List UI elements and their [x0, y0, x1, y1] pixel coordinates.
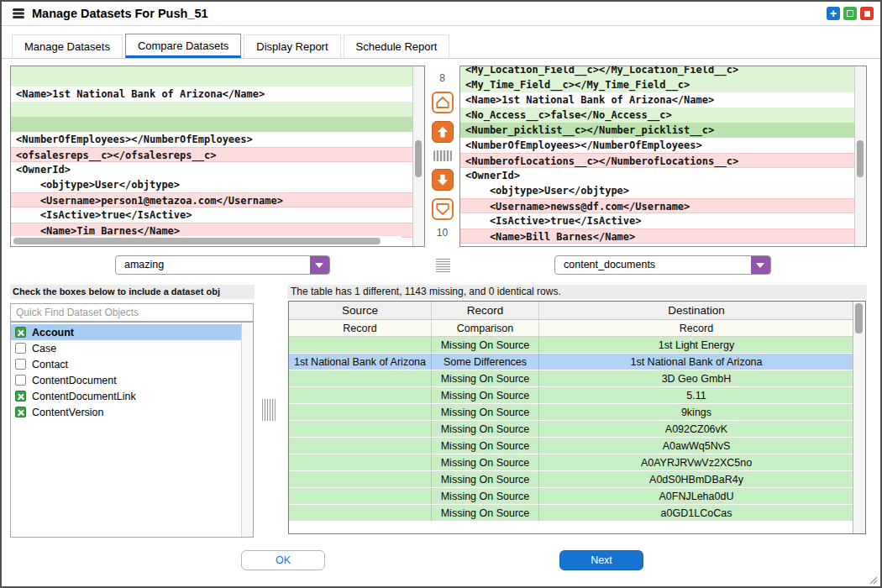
center-splitter-grip[interactable]	[436, 258, 450, 272]
diff-line: <Username>person1@metazoa.com</Username>	[11, 192, 412, 207]
dataset-item-label: Account	[32, 327, 74, 339]
table-row[interactable]: Missing On SourceA0AYRJRVwVz2XC5no	[289, 454, 853, 471]
vertical-scrollbar-thumb[interactable]	[855, 303, 863, 333]
checkbox-account[interactable]	[15, 327, 26, 338]
diff-line: <objtype>User</objtype>	[11, 177, 412, 192]
comparison-table: Source Record Destination Record Compari…	[288, 301, 866, 534]
dataset-item-case[interactable]: Case	[11, 340, 241, 356]
source-cell	[289, 454, 432, 470]
diff-line: <IsActive>true</IsActive>	[11, 207, 412, 223]
vertical-scrollbar-thumb[interactable]	[415, 140, 422, 177]
vertical-scrollbar-thumb[interactable]	[857, 140, 864, 177]
resize-grip-icon[interactable]	[867, 574, 878, 585]
table-row[interactable]: Missing On Source1st Light Energy	[289, 337, 853, 354]
source-cell	[289, 438, 432, 454]
add-window-button[interactable]: +	[827, 7, 840, 20]
table-row[interactable]: Missing On Sourcea0GD1LCoCas	[289, 505, 853, 522]
table-row[interactable]: Missing On SourceA092CZ06vK	[289, 421, 853, 438]
comparison-cell: Missing On Source	[432, 404, 539, 420]
vertical-scrollbar[interactable]	[854, 66, 866, 246]
comparison-cell: Missing On Source	[432, 421, 539, 437]
dropdown-arrow-button[interactable]	[310, 256, 329, 274]
destination-dataset-dropdown[interactable]: content_documents	[554, 255, 771, 275]
diff-line: <NumberOfEmployees></NumberOfEmployees>	[11, 132, 412, 147]
source-dataset-dropdown[interactable]: amazing	[115, 255, 330, 275]
window-controls: +	[827, 7, 874, 20]
diff-line: <ofsalesreps__c></ofsalesreps__c>	[11, 147, 412, 162]
vertical-scrollbar[interactable]	[853, 302, 865, 533]
dataset-item-label: Contact	[32, 359, 68, 370]
column-header-record[interactable]: Record	[432, 302, 539, 319]
chevron-down-icon	[315, 263, 323, 268]
source-cell	[289, 387, 432, 403]
lower-splitter-grip[interactable]	[262, 399, 276, 421]
diff-line: <OwnerId>	[11, 162, 412, 177]
diff-splitter-grip[interactable]	[433, 150, 452, 161]
pentagon-down-icon	[435, 202, 450, 217]
comparison-cell: Missing On Source	[432, 471, 539, 487]
dataset-item-contentdocument[interactable]: ContentDocument	[11, 372, 241, 388]
dataset-item-contentversion[interactable]: ContentVersion	[11, 404, 241, 420]
dataset-item-account[interactable]: Account	[11, 324, 241, 340]
destination-dataset-value: content_documents	[564, 256, 655, 274]
last-difference-button[interactable]	[432, 198, 454, 220]
table-row[interactable]: Missing On Source9kings	[289, 404, 853, 421]
destination-cell: A0AYRJRVwVz2XC5no	[539, 454, 853, 470]
horizontal-scrollbar-thumb[interactable]	[13, 238, 381, 244]
table-row[interactable]: Missing On SourceA0awWq5NvS	[289, 438, 853, 454]
column-subheader-record[interactable]: Record	[539, 320, 853, 336]
maximize-window-button[interactable]	[843, 7, 857, 20]
close-window-button[interactable]	[860, 7, 874, 20]
diff-line: <IsActive>true</IsActive>	[460, 213, 854, 228]
column-header-source[interactable]: Source	[289, 302, 432, 319]
table-row[interactable]: 1st National Bank of ArizonaSome Differe…	[289, 354, 853, 370]
source-diff-panel: <Name>1st National Bank of Arizona</Name…	[10, 66, 425, 247]
horizontal-scrollbar[interactable]	[11, 236, 402, 246]
table-row[interactable]: Missing On SourceA0FNJLeha0dU	[289, 488, 853, 505]
checkbox-contentdocument[interactable]	[15, 375, 26, 386]
destination-cell: A0dS0HBmDBaR4y	[539, 471, 853, 487]
dataset-item-label: Case	[32, 343, 56, 354]
app-window: Manage Datasets For Push_51 + Manage Dat…	[0, 0, 882, 588]
quick-find-input[interactable]	[10, 303, 254, 322]
tab-manage-datasets[interactable]: Manage Datasets	[12, 34, 123, 58]
source-cell: 1st National Bank of Arizona	[289, 354, 432, 370]
first-difference-button[interactable]	[432, 92, 454, 113]
destination-cell: 5.11	[539, 387, 853, 403]
comparison-cell: Some Differences	[432, 354, 539, 370]
diff-line: <No_Access__c>false</No_Access__c>	[460, 108, 854, 123]
diff-count-bottom: 10	[437, 227, 448, 239]
ok-button[interactable]: OK	[241, 550, 325, 570]
table-row[interactable]: Missing On SourceA0dS0HBmDBaR4y	[289, 471, 853, 488]
checkbox-case[interactable]	[15, 343, 26, 354]
checkbox-contentversion[interactable]	[15, 407, 26, 417]
tab-schedule-report[interactable]: Schedule Report	[344, 34, 450, 58]
diff-line: <objtype>User</objtype>	[460, 183, 854, 198]
window-title: Manage Datasets For Push_51	[32, 2, 208, 25]
destination-cell: 9kings	[539, 404, 853, 420]
checkbox-contact[interactable]	[15, 359, 26, 370]
dropdown-arrow-button[interactable]	[751, 256, 770, 274]
dataset-item-contact[interactable]: Contact	[11, 356, 241, 372]
source-cell	[289, 505, 432, 521]
dataset-item-contentdocumentlink[interactable]: ContentDocumentLink	[11, 388, 241, 404]
diff-line: <My_Time_Field__c></My_Time_Field__c>	[460, 77, 854, 92]
comparison-cell: Missing On Source	[432, 337, 539, 353]
checkbox-contentdocumentlink[interactable]	[15, 391, 26, 402]
tab-display-report[interactable]: Display Report	[244, 34, 340, 58]
next-button[interactable]: Next	[559, 550, 643, 570]
column-header-destination[interactable]: Destination	[539, 302, 853, 319]
tab-compare-datasets[interactable]: Compare Datasets	[125, 34, 241, 58]
destination-diff-panel: <My_Location_Field__c></My_Location_Fiel…	[459, 66, 867, 247]
diff-line: <My_Location_Field__c></My_Location_Fiel…	[460, 66, 854, 77]
vertical-scrollbar[interactable]	[412, 66, 424, 246]
previous-difference-button[interactable]	[432, 121, 454, 143]
chevron-down-icon	[756, 263, 764, 268]
close-icon	[864, 11, 870, 17]
column-subheader-record[interactable]: Record	[289, 320, 432, 336]
column-subheader-comparison[interactable]: Comparison	[432, 320, 539, 336]
next-difference-button[interactable]	[432, 169, 454, 191]
table-row[interactable]: Missing On Source3D Geo GmbH	[289, 370, 853, 387]
table-row[interactable]: Missing On Source5.11	[289, 387, 853, 404]
vertical-scrollbar[interactable]	[241, 323, 253, 537]
